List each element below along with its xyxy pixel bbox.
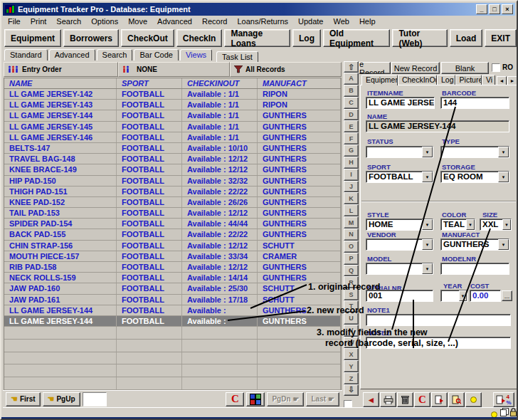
tab-search[interactable]: Search — [97, 49, 133, 61]
pgdn-button[interactable]: PgDn ☛ — [267, 392, 304, 406]
chevron-down-icon[interactable]: ▼ — [459, 290, 467, 301]
vendor-dropdown[interactable]: ▼ — [366, 238, 433, 251]
menu-item-print[interactable]: Print — [26, 16, 52, 26]
table-row[interactable]: LL GAME JERSEY-144FOOTBALLAvailable : 1/… — [4, 110, 341, 121]
letter-button-b[interactable]: B — [344, 85, 359, 97]
chevron-down-icon[interactable]: ▼ — [422, 263, 433, 274]
menu-item-options[interactable]: Options — [86, 16, 123, 26]
table-row-empty[interactable] — [4, 377, 341, 390]
record-tab-vi[interactable]: Vi — [482, 75, 495, 85]
cost-more-button[interactable]: ... — [502, 290, 512, 301]
last-button[interactable]: Last ☛ — [306, 392, 339, 406]
table-row[interactable]: THIGH PAD-151FOOTBALLAvailable : 22/22GU… — [4, 187, 341, 197]
tab-bar-code[interactable]: Bar Code — [134, 49, 178, 61]
minimize-button[interactable]: _ — [476, 4, 487, 14]
find-record-button[interactable] — [448, 392, 465, 407]
tip-button[interactable] — [465, 392, 482, 407]
chevron-down-icon[interactable]: ▼ — [466, 219, 475, 230]
table-row-empty[interactable] — [4, 352, 341, 365]
table-row[interactable]: HIP PAD-150FOOTBALLAvailable : 32/32GUNT… — [4, 176, 341, 187]
toolbar-button-exit[interactable]: EXIT — [485, 29, 517, 47]
letter-button-y[interactable]: Y — [344, 360, 359, 372]
close-button[interactable]: × — [502, 4, 513, 14]
letter-button-f[interactable]: F — [344, 132, 359, 145]
type-dropdown[interactable]: ▼ — [440, 146, 509, 158]
cancel-changes-button[interactable]: C — [414, 392, 430, 407]
new-record-button[interactable]: New Record — [391, 62, 440, 74]
delete-button[interactable] — [397, 392, 413, 407]
first-button[interactable]: ☚ First — [6, 392, 41, 406]
pgup-button[interactable]: ☚ PgUp — [43, 392, 80, 406]
table-row[interactable]: NECK ROLLS-159FOOTBALLAvailable : 14/14G… — [4, 273, 341, 283]
blank-button[interactable]: Blank — [441, 62, 489, 74]
year-dropdown[interactable]: ▼ — [440, 290, 467, 302]
letter-button-i[interactable]: I — [344, 169, 359, 181]
back-button[interactable]: ◄ — [363, 392, 379, 407]
copy-record-button[interactable] — [431, 392, 448, 407]
save-percent-button[interactable]: 4% — [493, 392, 514, 407]
table-row[interactable]: BACK PAD-155FOOTBALLAvailable : 22/22GUN… — [4, 229, 341, 240]
record-tab-picture[interactable]: Picture — [455, 75, 482, 85]
status-dropdown[interactable]: ▼ — [366, 146, 433, 158]
toolbar-button-tutor-web[interactable]: Tutor (Web) — [392, 29, 447, 47]
chevron-down-icon[interactable]: ▼ — [498, 239, 509, 250]
scroll-up-icon[interactable]: ⇧ — [344, 61, 359, 73]
table-row-empty[interactable] — [4, 364, 341, 377]
page-number-input[interactable] — [83, 392, 107, 406]
ro-checkbox[interactable] — [492, 63, 500, 72]
table-row[interactable]: TRAVEL BAG-148FOOTBALLAvailable : 12/12G… — [4, 154, 341, 164]
menu-item-record[interactable]: Record — [197, 16, 232, 26]
storage-dropdown[interactable]: EQ ROOM▼ — [440, 171, 509, 183]
toolbar-button-borrowers[interactable]: Borrowers — [63, 29, 119, 47]
toolbar-button-load[interactable]: Load — [450, 29, 483, 47]
modelnr-input[interactable] — [440, 263, 509, 275]
chevron-down-icon[interactable]: ▼ — [502, 219, 511, 230]
model-dropdown[interactable]: ▼ — [366, 263, 433, 275]
menu-item-help[interactable]: Help — [354, 16, 381, 26]
table-row[interactable]: BELTS-147FOOTBALLAvailable : 10/10GUNTHE… — [4, 143, 341, 154]
letter-button-z[interactable]: Z — [344, 372, 359, 384]
chevron-down-icon[interactable]: ▼ — [422, 219, 433, 230]
table-row[interactable]: SPIDER PAD-154FOOTBALLAvailable : 44/44G… — [4, 219, 341, 229]
letter-button-e[interactable]: E — [344, 120, 359, 132]
sort-order-button[interactable] — [246, 392, 265, 406]
table-row-empty[interactable] — [4, 340, 341, 352]
letter-button-n[interactable]: N — [344, 229, 359, 241]
maximize-button[interactable]: □ — [489, 4, 500, 14]
menu-item-file[interactable]: File — [3, 16, 26, 26]
delete-record-button-partial[interactable]: e Record — [359, 62, 391, 74]
chevron-down-icon[interactable]: ▼ — [422, 172, 433, 182]
table-row[interactable]: LL GAME JERSEY-145FOOTBALLAvailable : 1/… — [4, 122, 341, 132]
menu-item-advanced[interactable]: Advanced — [152, 16, 197, 26]
letter-button-j[interactable]: J — [344, 181, 359, 193]
size-dropdown[interactable]: XXL▼ — [480, 219, 512, 231]
style-dropdown[interactable]: HOME▼ — [366, 219, 433, 231]
letter-button-p[interactable]: P — [344, 253, 359, 265]
toolbar-button-checkout[interactable]: CheckOut — [121, 29, 174, 47]
letter-button-a[interactable]: A — [344, 73, 359, 85]
filter-selector[interactable]: All Records — [230, 62, 342, 77]
cost-input[interactable]: 0.00 — [470, 290, 501, 302]
record-tab-equipment[interactable]: Equipment — [361, 75, 398, 85]
table-row[interactable]: TAIL PAD-153FOOTBALLAvailable : 12/12GUN… — [4, 208, 341, 219]
table-row[interactable]: LL GAME JERSEY-143FOOTBALLAvailable : 1/… — [4, 100, 341, 110]
letter-button-q[interactable]: Q — [344, 265, 359, 277]
column-header-name[interactable]: NAME — [4, 78, 117, 88]
table-row[interactable]: LL GAME JERSEY-144FOOTBALLAvailable :GUN… — [4, 305, 341, 316]
letter-button-h[interactable]: H — [344, 157, 359, 169]
letter-button-k[interactable]: K — [344, 192, 359, 204]
column-header-sport[interactable]: SPORT — [117, 78, 182, 88]
letter-button-c[interactable]: C — [344, 97, 359, 109]
color-dropdown[interactable]: TEAL▼ — [440, 219, 475, 231]
toolbar-button-equipment[interactable]: Equipment — [4, 29, 61, 47]
letter-button-g[interactable]: G — [344, 145, 359, 157]
column-header-checkinout[interactable]: CHECKINOUT — [182, 78, 258, 88]
sport-dropdown[interactable]: FOOTBALL▼ — [366, 171, 433, 183]
sort-selector[interactable]: NONE — [118, 62, 230, 77]
toolbar-button-log[interactable]: Log — [292, 29, 321, 47]
table-row[interactable]: KNEE BRACE-149FOOTBALLAvailable : 12/12G… — [4, 164, 341, 175]
tab-views[interactable]: Views — [180, 49, 212, 61]
table-row[interactable]: LL GAME JERSEY-142FOOTBALLAvailable : 1/… — [4, 89, 341, 100]
print-button[interactable] — [380, 392, 396, 407]
table-row-empty[interactable] — [4, 327, 341, 340]
